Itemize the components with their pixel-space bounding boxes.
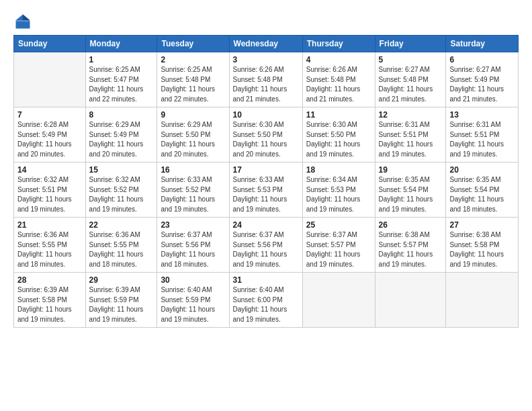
daylight-minutes: and 20 minutes. xyxy=(89,150,137,158)
calendar-header-tuesday: Tuesday xyxy=(157,36,229,52)
daylight-label: Daylight: 11 hours xyxy=(449,250,504,258)
day-number: 15 xyxy=(89,165,154,175)
calendar-header-monday: Monday xyxy=(85,36,157,52)
daylight-minutes: and 19 minutes. xyxy=(379,150,427,158)
daylight-minutes: and 18 minutes. xyxy=(89,261,137,268)
day-info: Sunrise: 6:29 AMSunset: 5:50 PMDaylight:… xyxy=(161,120,225,159)
calendar-cell: 15Sunrise: 6:32 AMSunset: 5:52 PMDayligh… xyxy=(85,163,157,218)
sunrise-text: Sunrise: 6:34 AM xyxy=(306,176,357,183)
day-number: 10 xyxy=(233,110,299,120)
calendar-header-saturday: Saturday xyxy=(446,36,519,52)
sunrise-text: Sunrise: 6:35 AM xyxy=(449,176,500,183)
sunrise-text: Sunrise: 6:38 AM xyxy=(449,231,500,238)
sunrise-text: Sunrise: 6:39 AM xyxy=(17,286,69,293)
day-info: Sunrise: 6:31 AMSunset: 5:51 PMDaylight:… xyxy=(449,120,515,159)
calendar-week-5: 28Sunrise: 6:39 AMSunset: 5:58 PMDayligh… xyxy=(14,273,519,328)
daylight-label: Daylight: 11 hours xyxy=(449,195,504,203)
sunrise-text: Sunrise: 6:37 AM xyxy=(306,231,357,238)
daylight-label: Daylight: 11 hours xyxy=(161,306,215,313)
sunrise-text: Sunrise: 6:30 AM xyxy=(233,121,284,128)
calendar-cell: 29Sunrise: 6:39 AMSunset: 5:59 PMDayligh… xyxy=(85,273,157,328)
day-info: Sunrise: 6:36 AMSunset: 5:55 PMDaylight:… xyxy=(17,230,82,269)
day-info: Sunrise: 6:38 AMSunset: 5:58 PMDaylight:… xyxy=(449,230,515,269)
logo-icon xyxy=(13,12,32,31)
day-info: Sunrise: 6:29 AMSunset: 5:49 PMDaylight:… xyxy=(89,120,154,159)
page: SundayMondayTuesdayWednesdayThursdayFrid… xyxy=(0,0,532,411)
daylight-minutes: and 19 minutes. xyxy=(379,205,427,213)
sunset-text: Sunset: 5:52 PM xyxy=(161,186,210,193)
sunset-text: Sunset: 5:47 PM xyxy=(89,76,139,83)
day-number: 28 xyxy=(17,275,82,285)
daylight-label: Daylight: 11 hours xyxy=(449,85,504,93)
calendar-header-friday: Friday xyxy=(375,36,446,52)
sunset-text: Sunset: 5:59 PM xyxy=(89,296,139,304)
day-info: Sunrise: 6:27 AMSunset: 5:48 PMDaylight:… xyxy=(379,65,443,104)
sunrise-text: Sunrise: 6:26 AM xyxy=(306,66,357,73)
daylight-minutes: and 19 minutes. xyxy=(89,205,137,213)
daylight-minutes: and 19 minutes. xyxy=(233,316,281,323)
calendar-cell: 22Sunrise: 6:36 AMSunset: 5:55 PMDayligh… xyxy=(85,218,157,273)
sunset-text: Sunset: 5:54 PM xyxy=(449,186,499,193)
day-info: Sunrise: 6:37 AMSunset: 5:56 PMDaylight:… xyxy=(161,230,225,269)
day-info: Sunrise: 6:34 AMSunset: 5:53 PMDaylight:… xyxy=(306,175,371,214)
svg-marker-1 xyxy=(23,15,30,21)
calendar-cell: 4Sunrise: 6:26 AMSunset: 5:48 PMDaylight… xyxy=(302,52,375,107)
daylight-minutes: and 18 minutes. xyxy=(17,261,65,268)
day-number: 25 xyxy=(306,220,371,230)
sunset-text: Sunset: 5:50 PM xyxy=(306,131,356,138)
sunset-text: Sunset: 5:50 PM xyxy=(233,131,283,138)
daylight-label: Daylight: 11 hours xyxy=(233,306,287,313)
day-number: 30 xyxy=(161,275,225,285)
calendar-cell: 17Sunrise: 6:33 AMSunset: 5:53 PMDayligh… xyxy=(229,163,302,218)
header xyxy=(13,12,519,31)
calendar-week-3: 14Sunrise: 6:32 AMSunset: 5:51 PMDayligh… xyxy=(14,163,519,218)
daylight-label: Daylight: 11 hours xyxy=(17,250,72,258)
daylight-minutes: and 19 minutes. xyxy=(306,150,354,158)
calendar-header-row: SundayMondayTuesdayWednesdayThursdayFrid… xyxy=(14,36,519,52)
sunset-text: Sunset: 5:56 PM xyxy=(161,241,210,248)
logo xyxy=(13,12,35,31)
daylight-minutes: and 20 minutes. xyxy=(161,150,208,158)
sunset-text: Sunset: 5:58 PM xyxy=(17,296,67,304)
sunset-text: Sunset: 5:57 PM xyxy=(306,241,356,248)
daylight-label: Daylight: 11 hours xyxy=(161,140,215,148)
sunrise-text: Sunrise: 6:30 AM xyxy=(306,121,357,128)
sunrise-text: Sunrise: 6:35 AM xyxy=(379,176,430,183)
daylight-label: Daylight: 11 hours xyxy=(17,306,72,313)
calendar-cell: 26Sunrise: 6:38 AMSunset: 5:57 PMDayligh… xyxy=(375,218,446,273)
day-number: 18 xyxy=(306,165,371,175)
daylight-minutes: and 21 minutes. xyxy=(233,95,281,103)
calendar-table: SundayMondayTuesdayWednesdayThursdayFrid… xyxy=(13,35,519,328)
day-number: 29 xyxy=(89,275,154,285)
daylight-minutes: and 21 minutes. xyxy=(449,95,497,103)
day-number: 1 xyxy=(89,55,154,64)
calendar-cell: 23Sunrise: 6:37 AMSunset: 5:56 PMDayligh… xyxy=(157,218,229,273)
sunrise-text: Sunrise: 6:37 AM xyxy=(161,231,212,238)
sunset-text: Sunset: 5:50 PM xyxy=(161,131,210,138)
daylight-minutes: and 18 minutes. xyxy=(449,205,497,213)
sunrise-text: Sunrise: 6:32 AM xyxy=(17,176,69,183)
daylight-minutes: and 22 minutes. xyxy=(89,95,137,103)
calendar-cell: 9Sunrise: 6:29 AMSunset: 5:50 PMDaylight… xyxy=(157,107,229,163)
sunrise-text: Sunrise: 6:25 AM xyxy=(89,66,140,73)
day-number: 6 xyxy=(449,55,515,64)
sunrise-text: Sunrise: 6:40 AM xyxy=(161,286,212,293)
daylight-label: Daylight: 11 hours xyxy=(161,195,215,203)
calendar-cell: 8Sunrise: 6:29 AMSunset: 5:49 PMDaylight… xyxy=(85,107,157,163)
day-info: Sunrise: 6:35 AMSunset: 5:54 PMDaylight:… xyxy=(449,175,515,214)
day-info: Sunrise: 6:37 AMSunset: 5:57 PMDaylight:… xyxy=(306,230,371,269)
day-info: Sunrise: 6:25 AMSunset: 5:47 PMDaylight:… xyxy=(89,65,154,104)
sunset-text: Sunset: 5:55 PM xyxy=(89,241,139,248)
sunset-text: Sunset: 5:52 PM xyxy=(89,186,139,193)
daylight-minutes: and 19 minutes. xyxy=(379,261,427,268)
daylight-minutes: and 19 minutes. xyxy=(233,205,281,213)
day-info: Sunrise: 6:28 AMSunset: 5:49 PMDaylight:… xyxy=(17,120,82,159)
sunrise-text: Sunrise: 6:36 AM xyxy=(89,231,140,238)
calendar-cell: 27Sunrise: 6:38 AMSunset: 5:58 PMDayligh… xyxy=(446,218,519,273)
calendar-cell: 6Sunrise: 6:27 AMSunset: 5:49 PMDaylight… xyxy=(446,52,519,107)
day-number: 16 xyxy=(161,165,225,175)
calendar-header-thursday: Thursday xyxy=(302,36,375,52)
daylight-label: Daylight: 11 hours xyxy=(306,195,361,203)
daylight-label: Daylight: 11 hours xyxy=(379,85,433,93)
sunrise-text: Sunrise: 6:39 AM xyxy=(89,286,140,293)
